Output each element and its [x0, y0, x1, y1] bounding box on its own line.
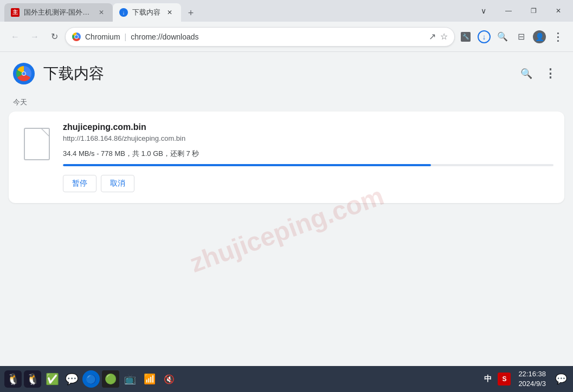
maximize-button[interactable]: ❐: [521, 2, 546, 19]
page-logo: [13, 63, 35, 84]
url-display: chrome://downloads: [131, 32, 424, 41]
tab1-favicon: 主: [11, 8, 20, 17]
back-button[interactable]: ←: [7, 28, 24, 45]
taskbar-icons: 中 S 22:16:38 2024/9/3 💬: [481, 369, 569, 389]
page-header-actions: 🔍 ⋮: [517, 64, 560, 83]
tab-bar: 主 国外主机测评-国外VPS、国... ✕ ↓ 下载内容 ✕ +: [0, 0, 471, 22]
search-downloads-button[interactable]: 🔍: [517, 64, 536, 83]
profile-icon[interactable]: 👤: [531, 28, 548, 45]
window-frame: 主 国外主机测评-国外VPS、国... ✕ ↓ 下载内容 ✕ + ∨: [0, 0, 573, 392]
taskbar-time: 22:16:38 2024/9/3: [514, 369, 550, 389]
toolbar-actions: 🔧 ↓ 🔍 ⊟ 👤 ⋮: [457, 28, 566, 45]
close-button[interactable]: ✕: [546, 2, 571, 19]
page-content: 下载内容 🔍 ⋮ zhujiceping.com 今天: [0, 52, 573, 366]
title-bar: 主 国外主机测评-国外VPS、国... ✕ ↓ 下载内容 ✕ + ∨: [0, 0, 573, 22]
cancel-button[interactable]: 取消: [101, 175, 134, 192]
pause-button[interactable]: 暂停: [63, 175, 96, 192]
address-bar[interactable]: Chromium | chrome://downloads ↗ ☆: [65, 27, 455, 47]
site-favicon: [72, 32, 81, 41]
taskbar-apps: 🐧 🐧 ✅ 💬 🔵 🟢 📺 📶 �: [4, 370, 178, 388]
bookmark-icon[interactable]: ☆: [440, 31, 448, 42]
taskbar-app-3[interactable]: ✅: [43, 370, 61, 388]
tab-active[interactable]: ↓ 下载内容 ✕: [113, 3, 181, 22]
download-info: zhujiceping.com.bin http://1.168.164.86/…: [63, 122, 553, 192]
download-actions: 暂停 取消: [63, 175, 553, 192]
taskbar-app-7[interactable]: 📺: [121, 370, 139, 388]
download-url: http://1.168.164.86/zhujiceping.com.bin: [63, 134, 553, 142]
new-tab-button[interactable]: +: [183, 5, 198, 21]
file-icon: [20, 122, 54, 166]
window-controls: ∨ — ❐ ✕: [471, 0, 573, 22]
extension-icon[interactable]: 🔧: [457, 28, 474, 45]
toolbar: ← → ↻ Chromium | chrome://downloads ↗ ☆ …: [0, 22, 573, 52]
tab1-close[interactable]: ✕: [96, 8, 106, 17]
taskbar-app-9[interactable]: 🔇: [160, 370, 178, 388]
input-method-icon[interactable]: 中: [481, 373, 494, 386]
browser-brand: Chromium: [85, 32, 120, 41]
search-icon[interactable]: 🔍: [494, 28, 511, 45]
tab-inactive[interactable]: 主 国外主机测评-国外VPS、国... ✕: [4, 3, 113, 22]
taskbar: 🐧 🐧 ✅ 💬 🔵 🟢 📺 📶 �: [0, 366, 573, 392]
page-body: zhujiceping.com 今天 zhujiceping.com.bin h…: [0, 93, 573, 366]
wps-icon[interactable]: S: [498, 373, 511, 386]
minimize-button[interactable]: —: [496, 2, 521, 19]
taskbar-app-1[interactable]: 🐧: [4, 370, 22, 388]
taskbar-app-5[interactable]: 🔵: [82, 370, 100, 388]
tab2-title: 下载内容: [132, 8, 160, 17]
taskbar-app-6[interactable]: 🟢: [102, 370, 119, 388]
tab2-favicon: ↓: [119, 8, 128, 17]
download-item: zhujiceping.com.bin http://1.168.164.86/…: [9, 112, 564, 203]
menu-button[interactable]: ⋮: [549, 28, 566, 45]
notification-icon[interactable]: 💬: [553, 371, 569, 387]
download-icon[interactable]: ↓: [475, 28, 493, 45]
taskbar-app-2[interactable]: 🐧: [24, 370, 41, 388]
reload-button[interactable]: ↻: [46, 28, 63, 45]
progress-bar-fill: [63, 164, 431, 166]
download-filename: zhujiceping.com.bin: [63, 122, 553, 132]
tab1-title: 国外主机测评-国外VPS、国...: [24, 8, 92, 17]
tab2-close[interactable]: ✕: [165, 8, 175, 17]
share-icon[interactable]: ↗: [429, 31, 436, 42]
download-list: zhujiceping.com.bin http://1.168.164.86/…: [0, 112, 573, 203]
taskbar-app-8[interactable]: 📶: [141, 370, 158, 388]
forward-button[interactable]: →: [26, 28, 43, 45]
page-header: 下载内容 🔍 ⋮: [0, 52, 573, 93]
split-screen-icon[interactable]: ⊟: [512, 28, 530, 45]
tab-search-button[interactable]: ∨: [471, 2, 496, 19]
taskbar-app-4[interactable]: 💬: [63, 370, 80, 388]
section-today: 今天: [0, 93, 573, 112]
more-options-button[interactable]: ⋮: [540, 64, 560, 83]
download-status: 34.4 MB/s - 778 MB，共 1.0 GB，还剩 7 秒: [63, 149, 553, 159]
progress-bar-track: [63, 164, 553, 166]
page-title: 下载内容: [43, 63, 104, 84]
